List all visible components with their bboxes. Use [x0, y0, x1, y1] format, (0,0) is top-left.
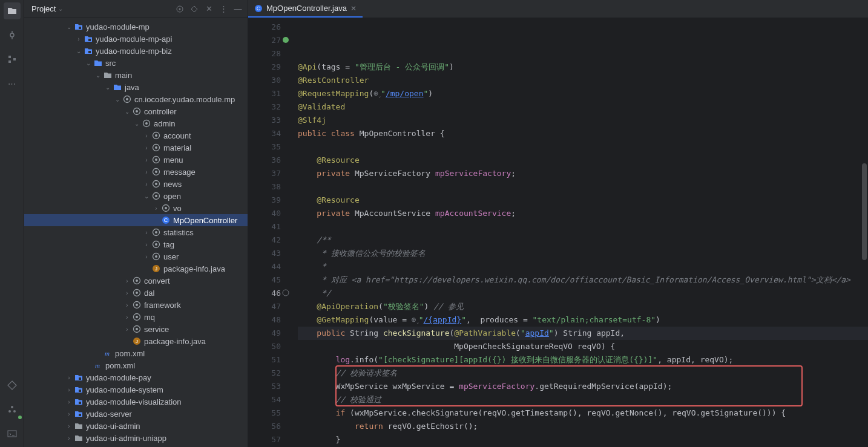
tree-item[interactable]: ›yudao-ui-admin — [24, 420, 248, 432]
minimize-icon[interactable]: — — [233, 4, 243, 14]
more-vert-icon[interactable]: ⋮ — [219, 4, 228, 14]
tree-item[interactable]: ⌄controller — [24, 105, 248, 117]
tree-item[interactable]: ⌄yudao-module-mp-biz — [24, 45, 248, 57]
code-line[interactable]: WxMpService wxMpService = mpServiceFacto… — [298, 380, 868, 393]
close-icon[interactable]: ✕ — [350, 4, 357, 13]
code-line[interactable] — [298, 180, 868, 194]
tree-item[interactable]: ›service — [24, 323, 248, 335]
code-line[interactable]: public String checkSignature(@PathVariab… — [298, 327, 868, 340]
code-line[interactable]: @GetMapping(value = ⊕˯"/{appId}", produc… — [298, 313, 868, 327]
commit-tool-icon[interactable] — [4, 27, 21, 44]
svg-rect-60 — [79, 414, 81, 416]
tree-label: pom.xml — [105, 361, 243, 370]
code-line[interactable]: @RestController — [298, 74, 868, 87]
tree-item[interactable]: ⌄yudao-module-mp — [24, 21, 248, 33]
pkg-icon — [122, 94, 132, 104]
tree-item[interactable]: ›statistics — [24, 226, 248, 238]
tree-item[interactable]: ›material — [24, 142, 248, 154]
tree-item[interactable]: ›mq — [24, 311, 248, 323]
tree-item[interactable]: Jpackage-info.java — [24, 335, 248, 347]
tree-item[interactable]: CMpOpenController — [24, 214, 248, 226]
src-icon — [93, 58, 103, 68]
code-line[interactable]: /** — [298, 233, 868, 247]
code-line[interactable]: @ApiOperation("校验签名") // 参见 — [298, 300, 868, 313]
code-line[interactable]: // 校验通过 — [298, 393, 868, 406]
project-panel: Project ⌄ ✕ ⋮ — ⌄yudao-module-mp›yudao-m… — [24, 0, 248, 447]
code-line[interactable] — [298, 220, 868, 233]
services-icon[interactable] — [4, 401, 21, 418]
svg-text:J: J — [155, 266, 157, 272]
code-line[interactable]: private MpAccountService mpAccountServic… — [298, 207, 868, 220]
tree-item[interactable]: ⌄src — [24, 57, 248, 69]
tree-label: yudao-module-pay — [86, 373, 243, 382]
code-line[interactable]: @RequestMapping(⊕˯"/mp/open") — [298, 87, 868, 100]
tree-label: package-info.java — [144, 337, 243, 346]
code-line[interactable]: private MpServiceFactory mpServiceFactor… — [298, 167, 868, 180]
tree-item[interactable]: ›yudao-module-pay — [24, 371, 248, 383]
svg-point-24 — [155, 158, 157, 161]
tree-item[interactable]: ›menu — [24, 154, 248, 166]
code-line[interactable]: } — [298, 433, 868, 446]
tree-item[interactable]: ›yudao-ui-admin-uniapp — [24, 432, 248, 444]
tree-item[interactable]: ›yudao-module-visualization — [24, 396, 248, 408]
project-title[interactable]: Project ⌄ — [31, 4, 63, 13]
terminal-icon[interactable] — [4, 425, 21, 442]
code-content[interactable]: @Api(tags = "管理后台 - 公众号回调")@RestControll… — [286, 18, 868, 447]
select-opened-icon[interactable] — [175, 4, 185, 14]
tree-item[interactable]: ⌄main — [24, 69, 248, 81]
code-line[interactable] — [298, 140, 868, 154]
code-line[interactable]: */ — [298, 287, 868, 300]
tree-item[interactable]: ⌄java — [24, 81, 248, 93]
tree-item[interactable]: ›message — [24, 166, 248, 178]
code-line[interactable]: MpOpenCheckSignatureReqVO reqVO) { — [298, 340, 868, 353]
tree-item[interactable]: Jpackage-info.java — [24, 263, 248, 275]
svg-point-20 — [155, 134, 157, 137]
code-line[interactable]: @Resource — [298, 194, 868, 207]
tree-item[interactable]: ›user — [24, 250, 248, 263]
tree-item[interactable]: ⌄cn.iocoder.yudao.module.mp — [24, 93, 248, 105]
structure-tool-icon[interactable] — [4, 51, 21, 68]
code-line[interactable]: @Resource — [298, 154, 868, 167]
tree-item[interactable]: ›account — [24, 129, 248, 142]
tree-item[interactable]: ›yudao-server — [24, 408, 248, 420]
code-line[interactable]: return reqVO.getEchostr(); — [298, 420, 868, 433]
pkg-icon — [151, 155, 161, 165]
tree-item[interactable]: mpom.xml — [24, 347, 248, 359]
pkg-icon — [151, 252, 161, 261]
code-line[interactable]: // 校验请求签名 — [298, 367, 868, 380]
tree-item[interactable]: ⌄admin — [24, 117, 248, 129]
code-line[interactable]: * — [298, 260, 868, 273]
tree-item[interactable]: ›yudao-module-mp-api — [24, 33, 248, 45]
code-editor[interactable]: 2627282930313233343536373839404142434445… — [248, 18, 868, 447]
code-line[interactable]: @Api(tags = "管理后台 - 公众号回调") — [298, 60, 868, 74]
expand-icon[interactable] — [189, 4, 199, 14]
code-line[interactable]: @Slf4j — [298, 114, 868, 127]
tree-item[interactable]: mpom.xml — [24, 359, 248, 371]
tree-item[interactable]: ›vo — [24, 202, 248, 214]
more-tool-icon[interactable]: ⋯ — [4, 75, 21, 92]
tree-label: menu — [163, 155, 243, 165]
run-icon[interactable] — [4, 377, 21, 394]
java-icon: J — [132, 336, 142, 346]
code-line[interactable]: public class MpOpenController { — [298, 127, 868, 140]
code-line[interactable]: if (wxMpService.checkSignature(reqVO.get… — [298, 406, 868, 420]
project-header: Project ⌄ ✕ ⋮ — — [24, 0, 248, 18]
pkg-icon — [132, 312, 142, 322]
tree-item[interactable]: ›dal — [24, 287, 248, 299]
tree-item[interactable]: ⌄open — [24, 190, 248, 202]
tree-item[interactable]: ›framework — [24, 299, 248, 311]
tree-item[interactable]: ›tag — [24, 238, 248, 250]
tab-mpopencontroller[interactable]: C MpOpenController.java ✕ — [248, 0, 363, 18]
tree-item[interactable]: ›convert — [24, 275, 248, 287]
collapse-icon[interactable]: ✕ — [204, 4, 214, 14]
tree-item[interactable]: ›yudao-module-system — [24, 383, 248, 396]
code-line[interactable]: @Validated — [298, 100, 868, 114]
gutter: 2627282930313233343536373839404142434445… — [248, 18, 286, 447]
project-tree[interactable]: ⌄yudao-module-mp›yudao-module-mp-api⌄yud… — [24, 18, 248, 447]
tree-item[interactable]: ›news — [24, 178, 248, 190]
scrollbar[interactable] — [862, 163, 867, 260]
code-line[interactable]: * 对应 <a href="https://developers.weixin.… — [298, 273, 868, 287]
code-line[interactable]: log.info("[checkSignature][appId({}) 接收到… — [298, 353, 868, 367]
project-tool-icon[interactable] — [4, 2, 21, 19]
code-line[interactable]: * 接收微信公众号的校验签名 — [298, 247, 868, 260]
